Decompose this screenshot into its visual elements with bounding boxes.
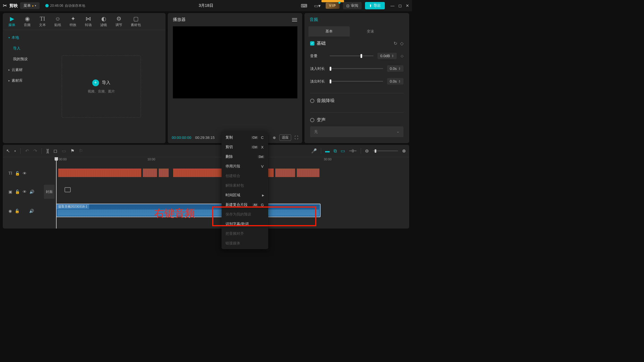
tab-adjust[interactable]: ⚙调节 [115,15,122,30]
zoom-slider[interactable] [373,150,398,151]
tab-audio[interactable]: ◉音频 [24,15,31,30]
vip-badge[interactable]: VIP [326,3,340,9]
tab-transition[interactable]: ⋈转场 [85,15,92,30]
fit-button[interactable]: 适应 [279,134,291,141]
volume-label: 音量 [310,53,326,59]
layout-icon[interactable]: ▭▾ [312,2,322,9]
keyboard-icon[interactable]: ⌨ [299,2,309,9]
text-clip[interactable] [143,169,157,177]
cursor-tool[interactable]: ↖ [6,148,10,154]
voice-select[interactable]: 无 ⌄ [310,126,403,137]
chevron-right-icon: ▸ [8,79,10,82]
plus-icon: + [92,79,99,86]
chevron-right-icon: ▸ [8,68,10,71]
text-clip[interactable] [58,169,141,177]
tab-text-label: 文本 [39,23,46,27]
maximize-button[interactable]: ◻ [398,3,402,8]
ctx-disable-clip[interactable]: 停用片段V [222,161,268,171]
ctx-time-region[interactable]: 时间区域▶ [222,190,268,200]
stepper-icon[interactable]: ▲▼ [398,80,401,83]
playhead[interactable] [56,157,57,229]
text-clip[interactable] [275,169,295,177]
sidebar-local[interactable]: ▾本地 [3,32,37,43]
ctx-cut[interactable]: 剪切CtrlX [222,142,268,152]
tab-filter[interactable]: ◐滤镜 [100,15,107,30]
magnet-button[interactable]: ▬ [325,148,330,154]
fadein-slider[interactable] [330,68,383,69]
visibility-icon[interactable]: 👁 [23,171,27,176]
keyframe-icon[interactable]: ◇ [400,41,403,46]
minimize-button[interactable]: — [390,3,394,8]
lock-icon[interactable]: 🔓 [15,189,20,194]
volume-slider[interactable] [330,55,373,56]
fadein-value-box[interactable]: 0.0s▲▼ [387,65,404,72]
mute-icon[interactable]: 🔊 [29,189,34,194]
mute-icon[interactable]: 🔊 [29,209,34,213]
stepper-icon[interactable]: ▲▼ [392,54,394,58]
fadeout-slider[interactable] [330,81,383,82]
props-tab-basic[interactable]: 基本 [308,26,350,36]
zoom-in-button[interactable]: ⊕ [402,148,406,154]
sidebar-import[interactable]: 导入 [3,43,37,54]
text-clip[interactable] [159,169,169,177]
tab-media[interactable]: ▶媒体 [8,15,15,30]
props-section-basic: ✓ 基础 ↻ ◇ 音量 0.0dB▲▼ ◇ 淡入时长 0.0s▲▼ 淡出时长 [304,36,409,89]
fullscreen-icon[interactable]: ⛶ [295,135,298,140]
close-button[interactable]: ✕ [406,3,409,8]
keyframe-icon[interactable]: ◇ [401,54,403,58]
props-tab-speed[interactable]: 变速 [350,26,391,36]
import-dropzone[interactable]: + 导入 视频、音频、图片 [62,55,141,118]
zoom-icon[interactable]: ⊕ [273,135,276,140]
fadeout-value-box[interactable]: 0.0s▲▼ [387,78,404,85]
mic-button[interactable]: 🎤 [311,148,317,154]
crop-button[interactable]: ◻ [53,148,57,154]
checkbox-denoise[interactable] [310,99,314,103]
ctx-recognize-subtitles[interactable]: 识别字幕/歌词 [222,219,268,229]
audio-clip[interactable]: 提取音频20230318-1 [56,204,321,217]
tab-sticker[interactable]: ☺贴纸 [54,15,61,30]
undo-button[interactable]: ↶ [25,148,29,154]
menu-dropdown[interactable]: 菜单 ● ▾ [20,2,40,9]
checkbox-basic[interactable]: ✓ [310,41,314,46]
tab-media-label: 媒体 [8,23,15,27]
zoom-out-button[interactable]: ⊖ [365,148,369,154]
ctx-delete[interactable]: 删除Del [222,152,268,161]
export-button[interactable]: ⬆ 导出 [365,2,385,9]
redo-button[interactable]: ↷ [33,148,37,154]
tab-material-pack[interactable]: ▢素材包 [131,15,141,30]
cursor-dropdown[interactable]: ▾ [14,150,16,152]
undo-icon[interactable]: ↻ [394,41,397,46]
sidebar-presets[interactable]: 我的预设 [3,54,37,64]
menu-label: 菜单 [23,3,31,8]
tab-effect[interactable]: ✦特效 [70,15,76,30]
lock-icon[interactable]: 🔓 [15,209,20,213]
tab-text[interactable]: TI文本 [39,15,46,30]
marker-clear-button[interactable]: ⚐ [79,148,83,154]
volume-value-box[interactable]: 0.0dB▲▼ [377,53,397,59]
split-button[interactable]: ][ [46,148,49,154]
sidebar-cloud[interactable]: ▸云素材 [3,64,37,75]
chevron-down-icon: ⌄ [396,129,400,134]
lock-icon[interactable]: 🔓 [15,171,20,176]
sidebar-library[interactable]: ▸素材库 [3,75,37,86]
audio-clip-label: 提取音频20230318-1 [57,204,89,209]
stepper-icon[interactable]: ▲▼ [398,67,401,70]
visibility-icon[interactable]: 👁 [23,189,27,194]
text-clips[interactable] [58,169,319,177]
cover-thumbnail[interactable]: 封面 [44,185,55,199]
preview-button[interactable]: ▭ [341,148,345,154]
marker-button[interactable]: ⚑ [70,148,74,154]
checkbox-voice[interactable] [310,118,314,122]
video-clip-placeholder[interactable] [65,187,71,192]
text-clip[interactable] [297,169,319,177]
freeze-button[interactable]: ▭ [62,148,66,154]
ctx-copy[interactable]: 复制CtrlC [222,133,268,142]
review-button[interactable]: ⊡ 审阅 [343,2,362,9]
ruler-tick: 00:00 [59,158,67,161]
link-button[interactable]: ⧉ [334,148,337,154]
align-button[interactable]: ⊣⊢ [349,148,357,154]
player-viewport[interactable] [173,26,297,98]
player-menu-button[interactable] [292,17,297,22]
ctx-compound-clip[interactable]: 新建复合片段AltG [222,200,268,210]
timeline-body[interactable]: 00:00 10:00 20:00 30:00 TI 🔓 👁 [3,157,409,229]
